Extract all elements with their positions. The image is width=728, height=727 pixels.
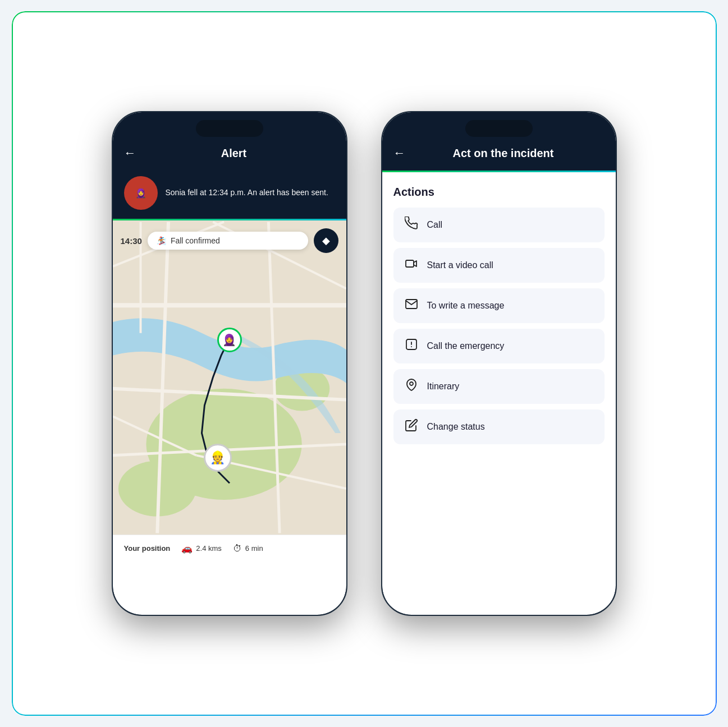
distance-stat: 🚗 2.4 kms — [181, 543, 222, 554]
map-svg — [113, 220, 346, 535]
car-icon: 🚗 — [181, 543, 193, 554]
message-icon — [404, 297, 419, 314]
nav-button[interactable]: ◆ — [314, 228, 338, 253]
back-button-2[interactable]: ← — [393, 146, 406, 160]
alert-message: Sonia fell at 12:34 p.m. An alert has be… — [166, 187, 328, 199]
map-footer: Your position 🚗 2.4 kms ⏱ 6 min — [113, 535, 346, 562]
avatar: 🧕 — [124, 176, 158, 210]
itinerary-icon — [404, 378, 419, 395]
fall-badge: 🏂 Fall confirmed — [148, 232, 308, 250]
clock-icon: ⏱ — [233, 544, 242, 554]
call-icon — [404, 217, 419, 233]
user-marker: 👷 — [204, 444, 232, 472]
change-status-label: Change status — [427, 422, 485, 432]
action-change-status[interactable]: Change status — [393, 409, 605, 444]
svg-rect-14 — [406, 260, 414, 267]
action-message[interactable]: To write a message — [393, 288, 605, 323]
phone-notch — [196, 120, 263, 137]
map-area: 14:30 🏂 Fall confirmed ◆ 🧕 👷 — [113, 220, 346, 535]
incident-title: Act on the incident — [415, 147, 592, 160]
position-label: Your position — [124, 544, 171, 553]
actions-section: Actions Call — [382, 172, 616, 463]
phone-screen-incident: ← Act on the incident Actions Call — [382, 112, 616, 615]
actions-heading: Actions — [393, 186, 605, 199]
map-overlay-bar: 14:30 🏂 Fall confirmed ◆ — [121, 228, 338, 253]
phone-alert: ← Alert 🧕 Sonia fell at 12:34 p.m. An al… — [112, 111, 347, 616]
sonia-avatar: 🧕 — [222, 333, 236, 347]
video-call-label: Start a video call — [427, 260, 493, 270]
phone-incident: ← Act on the incident Actions Call — [381, 111, 617, 616]
phone-notch-2 — [465, 120, 533, 137]
time-stat: ⏱ 6 min — [233, 544, 263, 554]
time-value: 6 min — [245, 544, 263, 553]
fall-icon: 🏂 — [157, 236, 166, 245]
sonia-marker: 🧕 — [217, 328, 242, 352]
message-label: To write a message — [427, 301, 505, 311]
action-itinerary[interactable]: Itinerary — [393, 369, 605, 404]
alert-title: Alert — [145, 147, 323, 160]
video-icon — [404, 257, 419, 274]
itinerary-label: Itinerary — [427, 381, 460, 392]
action-call[interactable]: Call — [393, 208, 605, 242]
distance-value: 2.4 kms — [196, 544, 222, 553]
edit-icon — [404, 418, 419, 435]
map-time: 14:30 — [121, 236, 142, 246]
user-avatar: 👷 — [210, 450, 225, 465]
emergency-icon — [404, 338, 419, 355]
action-video-call[interactable]: Start a video call — [393, 248, 605, 283]
emergency-label: Call the emergency — [427, 341, 505, 351]
call-label: Call — [427, 220, 443, 230]
svg-point-18 — [410, 382, 413, 385]
page-container: ← Alert 🧕 Sonia fell at 12:34 p.m. An al… — [11, 10, 718, 717]
avatar-icon: 🧕 — [135, 188, 146, 199]
action-emergency[interactable]: Call the emergency — [393, 329, 605, 364]
phone-screen-alert: ← Alert 🧕 Sonia fell at 12:34 p.m. An al… — [113, 112, 346, 615]
alert-info-bar: 🧕 Sonia fell at 12:34 p.m. An alert has … — [113, 171, 346, 219]
back-button[interactable]: ← — [124, 146, 136, 160]
nav-icon: ◆ — [322, 234, 330, 247]
fall-label: Fall confirmed — [171, 236, 220, 245]
